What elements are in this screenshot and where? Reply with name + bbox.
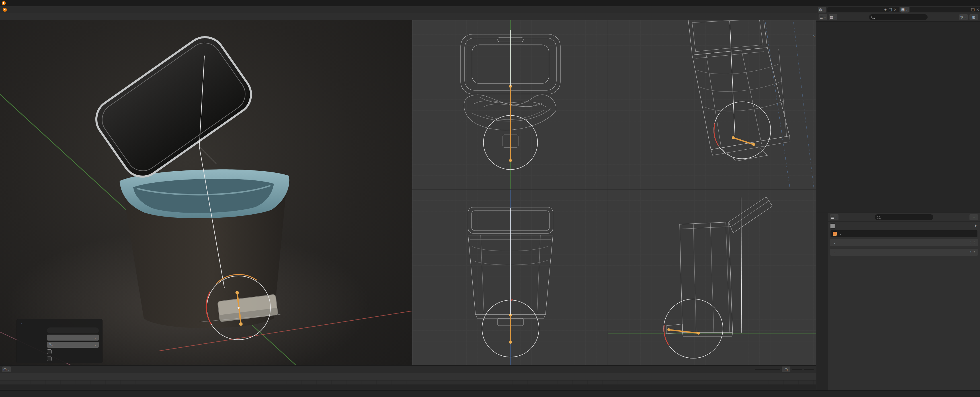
viewport-main[interactable]: ⌄ ⌄ ⤡⌄ [0,13,412,365]
timeline-ruler[interactable] [0,373,816,381]
viewport-main-header [0,13,412,20]
scene-strip: ◍⌄ ✦❏✕ ▦⌄ ❏✕ [816,6,980,13]
close-button[interactable] [967,0,980,6]
viewport-quad-subheader [412,21,816,29]
axis-dropdown[interactable]: ⌄ [47,335,99,341]
scene-browse-icon[interactable]: ◍⌄ [818,7,826,13]
transform-panel-header[interactable]: ⌄∷∷ [830,239,978,246]
minimize-button[interactable] [941,0,954,6]
search-icon [871,16,874,19]
quadrant-right-ortho[interactable] [608,190,816,365]
timeline-channel-strip[interactable] [0,384,816,390]
properties-breadcrumb: ✦ [828,222,980,229]
status-bar [0,391,980,397]
new-scene-icon[interactable]: ❏ [889,7,892,12]
use-preview-range-icon[interactable]: ◷ [782,367,791,372]
viewport-main-subheader [0,21,412,29]
display-mode-icon[interactable]: ▦⌄ [829,14,837,20]
properties-editor-type-icon[interactable]: ☰⌄ [830,214,838,220]
search-icon [877,216,880,219]
outliner-search-input[interactable] [869,14,928,20]
outliner: ☰⌄ ▦⌄ ▽⌄ ⊞ [816,13,980,213]
pin-icon[interactable]: ✦ [974,223,977,228]
object-icon [830,224,835,228]
delete-scene-icon[interactable]: ✕ [893,7,897,12]
window-titlebar [0,0,980,6]
blender-logo-icon [2,1,6,5]
object-icon [833,232,837,236]
rotate-panel-header[interactable]: ⌄ [17,319,102,327]
properties-header: ☰⌄ ⌄ [828,213,980,222]
timeline-editor-type-icon[interactable]: ◷⌄ [2,367,11,372]
viewport-quad-header [412,13,816,20]
scene-selector[interactable]: ✦❏✕ [827,7,899,12]
current-frame-field[interactable] [755,369,780,370]
angle-field[interactable] [47,327,99,333]
wireframe-top [412,13,608,189]
properties-search-input[interactable] [875,214,933,220]
new-viewlayer-icon[interactable]: ❏ [971,7,975,12]
orientation-dropdown[interactable]: ⤡⌄ [47,342,99,348]
editor-type-icon[interactable]: ☰⌄ [819,14,827,20]
proportional-editing-checkbox[interactable] [47,357,51,361]
object-name-field[interactable]: ⌄ [830,230,977,237]
wireframe-user [608,13,816,189]
frame-start-field[interactable] [792,369,802,370]
filter-icon[interactable]: ▽⌄ [959,14,968,20]
timeline-header: ◷⌄ ◷ [0,366,816,373]
frame-end-field[interactable] [804,369,814,370]
rotate-operator-panel[interactable]: ⌄ ⌄ ⤡⌄ [16,319,102,364]
wireframe-right [608,190,816,365]
quadrant-front-ortho[interactable] [412,190,608,365]
properties-editor: ☰⌄ ⌄ ✦ ⌄ ⌄∷∷ ⌄∷∷ [816,213,980,391]
rokoko-panel-header[interactable]: ⌄∷∷ [830,249,978,256]
outliner-header: ☰⌄ ▦⌄ ▽⌄ ⊞ [816,13,980,22]
new-collection-icon[interactable]: ⊞ [969,14,978,20]
viewlayer-selector[interactable]: ❏✕ [910,7,980,12]
wireframe-front [412,190,608,365]
quadrant-user-persp[interactable]: ‹ [608,13,816,189]
timeline: ◷⌄ ◷ [0,365,816,391]
quadrant-top-ortho[interactable] [412,13,608,189]
render-view-canvas [0,13,412,365]
delete-viewlayer-icon[interactable]: ✕ [976,7,980,12]
properties-options-icon[interactable]: ⌄ [969,214,978,220]
properties-tab-column [816,213,828,397]
blender-menu-icon[interactable] [3,8,7,12]
maximize-button[interactable] [954,0,967,6]
mirror-editing-checkbox[interactable] [47,349,51,354]
viewport-quad[interactable]: ‹ [412,13,816,365]
viewlayer-browse-icon[interactable]: ▦⌄ [900,7,909,13]
pin-icon[interactable]: ✦ [884,7,887,12]
sidebar-collapse-arrow[interactable]: ‹ [813,33,815,38]
timeline-track-area[interactable] [0,381,816,391]
